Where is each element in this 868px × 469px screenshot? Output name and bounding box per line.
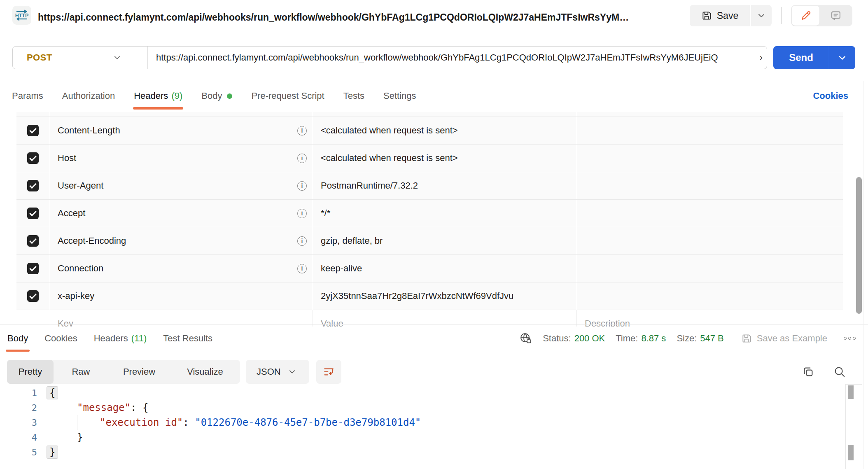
table-row: x-api-key 2yjX35tnnSaa7Hr2g8EaI7rWxbzcNt… bbox=[16, 282, 843, 310]
view-tab-preview[interactable]: Preview bbox=[108, 360, 170, 384]
tab-settings[interactable]: Settings bbox=[383, 81, 416, 111]
info-icon[interactable] bbox=[297, 209, 307, 218]
response-scrollbar-border bbox=[845, 384, 862, 385]
tab-params[interactable]: Params bbox=[12, 81, 43, 111]
fold-marker[interactable]: { bbox=[47, 386, 58, 399]
code-line: 3 "execution_id": "0122670e-4876-45e7-b7… bbox=[0, 415, 840, 430]
response-meta-bar: Status: 200 OK Time: 8.87 s Size: 547 B … bbox=[520, 324, 856, 352]
format-select-value: JSON bbox=[257, 366, 281, 377]
checkbox-checked-icon[interactable] bbox=[27, 235, 39, 247]
chevron-down-icon bbox=[758, 14, 765, 18]
editor-scrollbar-thumb[interactable] bbox=[848, 445, 854, 460]
header-description[interactable] bbox=[577, 282, 843, 310]
code-line: 5 } bbox=[0, 445, 840, 460]
code-line: 4 } bbox=[0, 430, 840, 445]
main-scrollbar-thumb[interactable] bbox=[856, 177, 862, 314]
method-select[interactable]: POST bbox=[13, 47, 147, 69]
response-view-switcher: Pretty Raw Preview Visualize bbox=[7, 360, 240, 384]
edit-comment-toggle-group bbox=[791, 5, 852, 26]
save-button[interactable]: Save bbox=[690, 5, 750, 26]
table-row-partial bbox=[16, 112, 843, 117]
header-value: <calculated when request is sent> bbox=[321, 125, 458, 136]
copy-response-button[interactable] bbox=[799, 360, 818, 384]
wrap-lines-button[interactable] bbox=[316, 360, 341, 384]
body-set-dot-icon bbox=[227, 93, 232, 99]
table-row: Content-Length <calculated when request … bbox=[16, 117, 843, 145]
table-row: Accept-Encoding gzip, deflate, br bbox=[16, 227, 843, 255]
header-key: Host bbox=[58, 153, 76, 163]
view-tab-raw[interactable]: Raw bbox=[54, 360, 108, 384]
checkbox-checked-icon[interactable] bbox=[27, 263, 39, 274]
checkbox-checked-icon[interactable] bbox=[27, 208, 39, 219]
comments-button[interactable] bbox=[819, 5, 852, 26]
header-description[interactable] bbox=[577, 255, 843, 282]
info-icon[interactable] bbox=[297, 264, 307, 273]
tab-pre-request-script[interactable]: Pre-request Script bbox=[251, 81, 324, 111]
tab-body[interactable]: Body bbox=[201, 81, 232, 111]
line-number: 5 bbox=[0, 447, 37, 457]
fold-marker[interactable]: } bbox=[47, 446, 58, 459]
response-tab-headers[interactable]: Headers (11) bbox=[92, 324, 149, 352]
response-body-editor: 1 { 2 "message": { 3 "execution_id": "01… bbox=[0, 385, 840, 460]
response-format-select[interactable]: JSON bbox=[246, 360, 309, 384]
header-value: <calculated when request is sent> bbox=[321, 153, 458, 163]
checkbox-checked-icon[interactable] bbox=[27, 180, 39, 191]
header-value: 2yjX35tnnSaa7Hr2g8EaI7rWxbzcNtWf69VdfJvu bbox=[321, 291, 513, 301]
checkbox-checked-icon[interactable] bbox=[27, 125, 39, 136]
header-description[interactable] bbox=[577, 117, 843, 144]
floppy-icon bbox=[701, 10, 712, 21]
send-button-label: Send bbox=[789, 52, 813, 63]
header-value: keep-alive bbox=[321, 263, 362, 274]
comment-icon bbox=[830, 10, 842, 21]
response-scrollbar-thumb[interactable] bbox=[848, 385, 854, 399]
info-icon[interactable] bbox=[297, 236, 307, 246]
tab-tests[interactable]: Tests bbox=[343, 81, 364, 111]
edit-mode-button[interactable] bbox=[792, 6, 819, 26]
chevron-down-icon bbox=[289, 370, 295, 374]
header-key: User-Agent bbox=[58, 180, 103, 191]
info-icon[interactable] bbox=[297, 126, 307, 135]
info-icon[interactable] bbox=[297, 154, 307, 163]
header-description[interactable] bbox=[577, 172, 843, 199]
checkbox-checked-icon[interactable] bbox=[27, 152, 39, 164]
network-globe-lock-icon[interactable] bbox=[520, 332, 532, 345]
tab-headers[interactable]: Headers (9) bbox=[134, 81, 182, 111]
response-scrollbar-track bbox=[845, 384, 846, 469]
header-value: gzip, deflate, br bbox=[321, 236, 383, 246]
response-time: Time: 8.87 s bbox=[616, 333, 666, 344]
http-badge-text: HTTP bbox=[15, 13, 29, 19]
response-tab-body[interactable]: Body bbox=[6, 324, 30, 352]
chevron-down-icon bbox=[114, 56, 120, 60]
line-number: 3 bbox=[0, 418, 37, 428]
send-button[interactable]: Send bbox=[773, 46, 829, 69]
view-tab-pretty[interactable]: Pretty bbox=[7, 360, 54, 384]
more-options-icon[interactable] bbox=[844, 337, 856, 340]
cookies-link[interactable]: Cookies bbox=[813, 81, 848, 111]
table-row: User-Agent PostmanRuntime/7.32.2 bbox=[16, 172, 843, 200]
send-button-group: Send bbox=[773, 46, 855, 69]
response-tab-test-results[interactable]: Test Results bbox=[161, 324, 214, 352]
search-response-button[interactable] bbox=[829, 360, 850, 384]
header-key: Accept-Encoding bbox=[58, 236, 126, 246]
header-description[interactable] bbox=[577, 145, 843, 172]
save-options-button[interactable] bbox=[751, 5, 772, 26]
view-tab-visualize[interactable]: Visualize bbox=[170, 360, 240, 384]
save-as-example-button[interactable]: Save as Example bbox=[741, 333, 827, 344]
save-button-label: Save bbox=[717, 10, 738, 21]
url-input-value: https://api.connect.fylamynt.com/api/web… bbox=[156, 52, 718, 63]
checkbox-checked-icon[interactable] bbox=[27, 290, 39, 302]
floppy-icon bbox=[741, 333, 752, 344]
table-row: Host <calculated when request is sent> bbox=[16, 145, 843, 172]
info-icon[interactable] bbox=[297, 181, 307, 191]
pencil-icon bbox=[800, 10, 812, 21]
tab-authorization[interactable]: Authorization bbox=[62, 81, 115, 111]
header-description[interactable] bbox=[577, 227, 843, 254]
request-tabs: Params Authorization Headers (9) Body Pr… bbox=[12, 81, 416, 111]
response-tab-cookies[interactable]: Cookies bbox=[43, 324, 79, 352]
line-number: 2 bbox=[0, 403, 37, 413]
url-input[interactable]: https://api.connect.fylamynt.com/api/web… bbox=[147, 47, 767, 69]
line-number: 4 bbox=[0, 432, 37, 443]
send-options-button[interactable] bbox=[829, 46, 855, 69]
header-key: Content-Length bbox=[58, 125, 120, 136]
header-description[interactable] bbox=[577, 200, 843, 227]
